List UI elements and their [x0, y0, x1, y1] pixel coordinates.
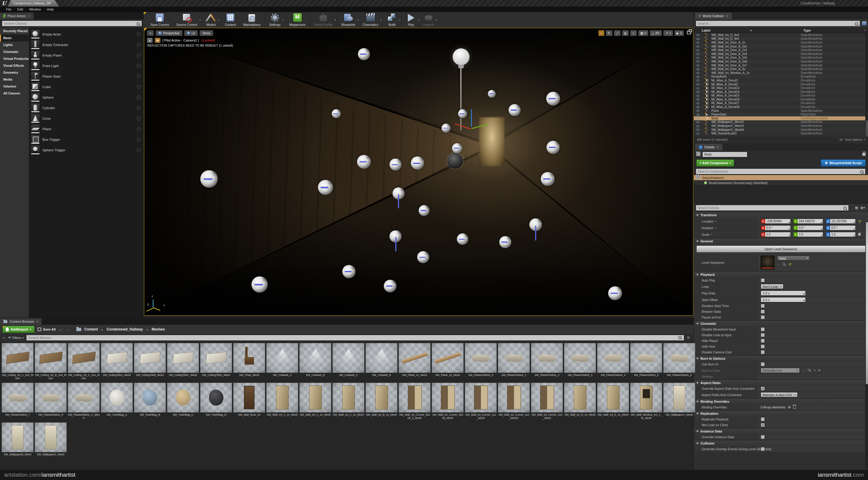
visibility-eye-icon[interactable] [696, 90, 700, 94]
section-header-general[interactable]: General [694, 238, 868, 244]
back-arrow-icon[interactable]: ← [777, 263, 780, 266]
visibility-eye-icon[interactable] [696, 120, 700, 124]
asset-tile-sm-plank-x2-mesh[interactable]: SM_Plank_x2_Mesh [431, 343, 464, 382]
rotate-mode-button[interactable]: ↻ [606, 30, 613, 36]
outliner-row-mi-atlas-a-decal17[interactable]: ◧MI_Atlas_A_Decal17DecalActor [694, 101, 865, 105]
section-header-instance-data[interactable]: Instance Data [694, 428, 868, 434]
scale-snap-button[interactable]: ↗ 1 [663, 30, 673, 36]
ambient-sphere-icon[interactable] [447, 153, 463, 169]
visibility-eye-icon[interactable] [696, 113, 700, 117]
decal-sphere-icon[interactable] [499, 236, 511, 248]
number-field-play-rate[interactable]: 1.0 x [761, 290, 806, 296]
lit-button[interactable]: Lit [184, 30, 198, 36]
reset-to-default-icon[interactable]: ↺ [858, 219, 861, 223]
dropdown-aspect-ratio-axis-constraint[interactable]: Maintain X-Axis FOV▾ [761, 392, 798, 397]
asset-tile-sm-plasterdebris-7[interactable]: SM_PlasterDebris_7 [1, 383, 34, 421]
asset-tile-sm-wallpaperb-mesh[interactable]: SM_WallpaperB_Mesh [1, 422, 34, 461]
asset-tile-sm-ceilingtiled-mesh[interactable]: SM_CeilingTileD_Mesh [200, 343, 232, 382]
asset-tile-sm-wall-int-d-4x-mesh[interactable]: SM_Wall_Int_D_4x_Mesh [564, 383, 596, 421]
checkbox-use-burn-in[interactable] [761, 362, 765, 366]
z-value-field[interactable]: Z111.257065 [826, 219, 856, 224]
outliner-column-header[interactable]: Label ▲ Type ▾ [694, 28, 868, 33]
toolbar-play[interactable]: ▾Play [402, 12, 420, 28]
dropdown-caret-icon[interactable]: ▾ [399, 19, 400, 21]
sidebar-item-volumes[interactable]: Volumes [0, 83, 29, 90]
place-item-cube[interactable]: Cube? [29, 82, 144, 92]
checkbox-replicate-playback[interactable] [761, 417, 765, 421]
sidebar-item-visual-effects[interactable]: Visual Effects [0, 62, 29, 69]
outliner-row-plane[interactable]: ⌂PlaneStaticMeshActor [694, 109, 865, 113]
grid-view-icon[interactable]: ▦ [855, 206, 858, 210]
filters-button[interactable]: Filters▾ [8, 336, 24, 340]
open-level-sequence-button[interactable]: Open Level Sequence [696, 246, 866, 253]
breadcrumb-folder[interactable]: Condemned_Hallway [106, 327, 143, 331]
visibility-eye-icon[interactable] [696, 44, 700, 48]
asset-tile-sm-plasterdebris-5[interactable]: SM_PlasterDebris_5 [630, 343, 662, 382]
visibility-eye-icon[interactable] [696, 86, 700, 90]
visibility-eye-icon[interactable] [696, 75, 700, 78]
outliner-row-wb-wall-int-door-a-2x6[interactable]: ⌂WB_Wall_Int_Door_A_2x6StaticMeshActor [694, 60, 865, 63]
viewport-options-button[interactable]: ▾ [147, 30, 154, 36]
dropdown-caret-icon[interactable]: ▾ [283, 19, 284, 21]
outliner-row-wb-wall-int-window-a-2x[interactable]: ⌂WB_Wall_Int_Window_A_2xStaticMeshActor [694, 71, 865, 75]
new-folder-icon[interactable] [862, 21, 867, 25]
z-value-field[interactable]: Z1.0 [826, 232, 856, 237]
place-item-cone[interactable]: Cone? [29, 113, 144, 124]
perspective-button[interactable]: Perspective [155, 30, 183, 36]
asset-tile-sm-wall-door-4x[interactable]: SM_Wall_Door_4x [233, 383, 266, 421]
asset-tile-sm-wall-int-corner-05x05-mesh[interactable]: SM_Wall_Int_Corner_05x05_Mesh [431, 383, 464, 421]
decal-sphere-icon[interactable] [342, 265, 355, 278]
checkbox-restore-state[interactable] [761, 310, 765, 314]
decal-sphere-icon[interactable] [384, 280, 396, 292]
translate-mode-button[interactable]: + [598, 30, 604, 36]
toolbar-save-current[interactable]: Save Current [147, 12, 173, 28]
tab-place-actors[interactable]: Place Actors ✕ [0, 13, 33, 19]
outliner-row-wb-wall-int-door-a-4x[interactable]: ⌂WB_Wall_Int_Door_A_4xStaticMeshActor [694, 67, 865, 71]
breadcrumb-meshes[interactable]: Meshes [152, 327, 165, 331]
add-icon[interactable]: + [813, 369, 815, 372]
search-classes-input[interactable] [2, 21, 142, 27]
toolbar-media-profile[interactable]: ▾Media Profile [311, 12, 336, 28]
place-item-empty-character[interactable]: Empty Character? [29, 39, 144, 50]
add-import-button[interactable]: Add/Import▾ [2, 326, 35, 333]
x-value-field[interactable]: X1.0 [761, 232, 791, 237]
outliner-row-mi-atlas-a-decal16[interactable]: ◧MI_Atlas_A_Decal16DecalActor [694, 97, 865, 101]
decal-sphere-icon[interactable] [508, 104, 521, 116]
outliner-scrollbar[interactable] [865, 33, 868, 136]
breadcrumb-content[interactable]: Content [84, 327, 98, 331]
asset-tile-sm-trashbag-a[interactable]: SM_TrashBag_A [100, 383, 133, 421]
decal-sphere-icon[interactable] [200, 170, 218, 188]
outliner-row-wb-wall-int-door-a-2x[interactable]: ⌂WB_Wall_Int_Door_A_2xStaticMeshActor [694, 41, 865, 44]
forward-button[interactable]: → [66, 327, 70, 332]
decal-sphere-icon[interactable] [546, 92, 560, 105]
dropdown-caret-icon[interactable]: ▾ [436, 19, 437, 21]
section-header-burn-in-options[interactable]: Burn In Options [694, 355, 868, 361]
translate-gizmo[interactable] [455, 108, 491, 145]
asset-tile-sm-chair-mesh[interactable]: SM_Chair_Mesh [233, 343, 266, 382]
save-all-button[interactable]: Save All [38, 327, 56, 331]
section-header-aspect-ratio[interactable]: Aspect Ratio [694, 380, 868, 386]
visibility-eye-icon[interactable] [696, 71, 700, 74]
outliner-row-groupactor[interactable]: ◌GroupActorGroupActor [694, 75, 865, 79]
asset-tile-sm-wall-int-a-4x-mesh[interactable]: SM_Wall_Int_A_4x_Mesh [332, 383, 365, 421]
outliner-row-sm-wallpaperc-mesh3[interactable]: ⌂SM_WallpaperC_Mesh3StaticMeshActor [694, 124, 865, 128]
asset-tile-sm-cobweb-c[interactable]: SM_Cobweb_C [332, 343, 365, 382]
place-item-empty-actor[interactable]: Empty Actor? [29, 29, 144, 39]
component-row-seq1-instance[interactable]: Seq1(Instance) [694, 175, 868, 180]
search-components-input[interactable] [696, 168, 866, 174]
outliner-row-wb-wall-int-d-4x4[interactable]: ⌂WB_Wall_Int_D_4x4StaticMeshActor [694, 33, 865, 37]
visibility-eye-icon[interactable] [696, 49, 700, 52]
add-element-icon[interactable]: ✚ [788, 406, 791, 409]
outliner-row-wb-wall-int-door-a-2x3[interactable]: ⌂WB_Wall_Int_Door_A_2x3StaticMeshActor [694, 48, 865, 52]
outliner-row-seq1[interactable]: ▤Seq1LevelSequenceActor [694, 117, 865, 120]
decal-sphere-icon[interactable] [251, 277, 268, 293]
decal-sphere-icon[interactable] [358, 48, 370, 60]
surface-snap-button[interactable]: ◇ [630, 30, 637, 36]
toolbar-content[interactable]: Content [221, 12, 240, 28]
scale-mode-button[interactable]: ⤢ [614, 30, 621, 36]
visibility-eye-icon[interactable] [696, 63, 700, 67]
level-viewport[interactable]: z x y ▾ Perspective Lit Show ▲ ▣ [ Pilot… [144, 28, 693, 316]
sidebar-item-basic[interactable]: Basic [0, 35, 29, 41]
asset-tile-sm-wallpapera-mesh[interactable]: SM_WallpaperA_Mesh [663, 383, 696, 421]
asset-tile-sm-wall-int-a-1x-mesh[interactable]: SM_Wall_Int_A_1x_Mesh [266, 383, 299, 421]
